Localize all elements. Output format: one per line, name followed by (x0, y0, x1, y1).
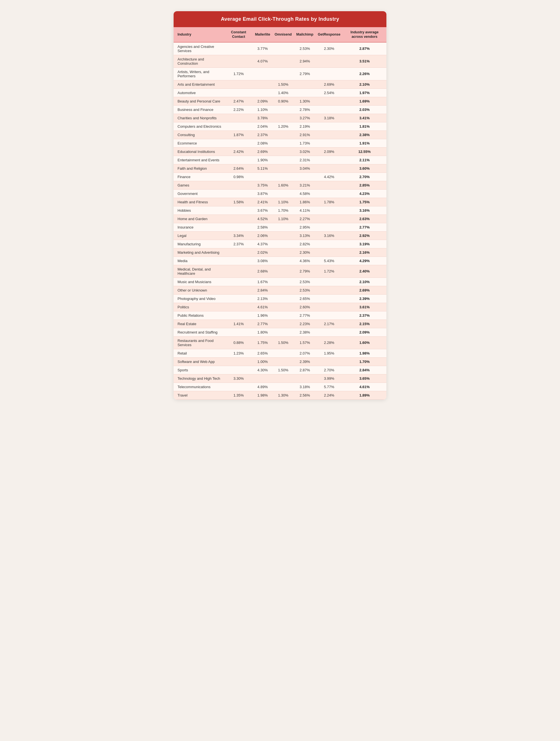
cell-39-2: 1.98% (253, 391, 272, 399)
cell-19-3: 1.10% (272, 214, 294, 223)
cell-0-5: 2.30% (316, 42, 343, 55)
cell-4-5: 2.54% (316, 88, 343, 97)
cell-9-0: Consulting (173, 131, 224, 139)
cell-23-4: 2.30% (294, 248, 316, 257)
cell-2-2 (253, 67, 272, 80)
cell-27-4: 2.53% (294, 286, 316, 294)
cell-39-3: 1.30% (272, 391, 294, 399)
table-row: Architecture and Construction4.07%2.94%3… (173, 55, 387, 67)
cell-29-4: 2.60% (294, 303, 316, 311)
cell-1-6: 3.51% (343, 55, 387, 67)
cell-9-6: 2.38% (343, 131, 387, 139)
cell-35-2: 1.00% (253, 357, 272, 366)
cell-18-5 (316, 206, 343, 214)
cell-3-5: 2.69% (316, 80, 343, 88)
cell-30-5 (316, 311, 343, 320)
cell-20-4: 2.95% (294, 223, 316, 231)
cell-16-5 (316, 189, 343, 198)
cell-5-3: 0.90% (272, 97, 294, 105)
table-row: Educational Institutions2.42%2.69%3.02%2… (173, 147, 387, 156)
cell-31-5: 2.17% (316, 320, 343, 328)
cell-12-1 (224, 156, 253, 164)
cell-26-1 (224, 277, 253, 286)
table-row: Consulting1.87%2.37%2.91%2.38% (173, 131, 387, 139)
cell-20-1 (224, 223, 253, 231)
cell-6-3 (272, 105, 294, 114)
cell-18-3: 1.70% (272, 206, 294, 214)
cell-6-4: 2.78% (294, 105, 316, 114)
cell-12-0: Entertainment and Events (173, 156, 224, 164)
table-body: Agencies and Creative Services3.77%2.53%… (173, 42, 387, 400)
cell-29-5 (316, 303, 343, 311)
cell-14-0: Finance (173, 173, 224, 181)
cell-12-5 (316, 156, 343, 164)
cell-4-2 (253, 88, 272, 97)
cell-10-4: 1.73% (294, 139, 316, 147)
cell-26-2: 1.67% (253, 277, 272, 286)
cell-7-3 (272, 114, 294, 122)
cell-10-5 (316, 139, 343, 147)
cell-13-0: Faith and Religion (173, 164, 224, 173)
table-row: Media3.08%4.36%5.43%4.29% (173, 257, 387, 265)
cell-28-4: 2.65% (294, 294, 316, 303)
cell-39-1: 1.35% (224, 391, 253, 399)
cell-29-2: 4.61% (253, 303, 272, 311)
cell-5-0: Beauty and Personal Care (173, 97, 224, 105)
cell-32-2: 1.80% (253, 328, 272, 336)
cell-14-4 (294, 173, 316, 181)
cell-9-2: 2.37% (253, 131, 272, 139)
cell-15-3: 1.60% (272, 181, 294, 189)
cell-3-6: 2.10% (343, 80, 387, 88)
cell-17-2: 2.41% (253, 198, 272, 206)
cell-13-6: 3.60% (343, 164, 387, 173)
cell-28-3 (272, 294, 294, 303)
cell-31-3 (272, 320, 294, 328)
cell-19-0: Home and Garden (173, 214, 224, 223)
cell-9-4: 2.91% (294, 131, 316, 139)
cell-32-6: 2.09% (343, 328, 387, 336)
table-row: Telecommunications4.89%3.18%5.77%4.61% (173, 383, 387, 391)
table-row: Insurance2.58%2.95%2.77% (173, 223, 387, 231)
table-row: Charities and Nonprofits3.78%3.27%3.18%3… (173, 114, 387, 122)
table-row: Home and Garden4.52%1.10%2.27%2.63% (173, 214, 387, 223)
cell-27-0: Other or Unknown (173, 286, 224, 294)
table-row: Politics4.61%2.60%3.61% (173, 303, 387, 311)
cell-32-5 (316, 328, 343, 336)
table-row: Recruitment and Staffing1.80%2.38%2.09% (173, 328, 387, 336)
cell-30-2: 1.96% (253, 311, 272, 320)
cell-7-5: 3.18% (316, 114, 343, 122)
table-row: Sports4.30%1.50%2.87%2.70%2.84% (173, 366, 387, 374)
cell-39-0: Travel (173, 391, 224, 399)
cell-27-1 (224, 286, 253, 294)
cell-30-3 (272, 311, 294, 320)
cell-6-0: Business and Finance (173, 105, 224, 114)
cell-21-5: 3.16% (316, 231, 343, 240)
cell-29-0: Politics (173, 303, 224, 311)
cell-3-3: 1.50% (272, 80, 294, 88)
cell-22-2: 4.37% (253, 240, 272, 248)
table-header: IndustryConstant ContactMailerliteOmnise… (173, 27, 387, 42)
cell-14-1: 0.98% (224, 173, 253, 181)
cell-33-1: 0.88% (224, 336, 253, 349)
cell-22-5 (316, 240, 343, 248)
cell-26-6: 2.10% (343, 277, 387, 286)
cell-11-4: 3.02% (294, 147, 316, 156)
cell-35-5 (316, 357, 343, 366)
cell-23-1 (224, 248, 253, 257)
cell-21-4: 3.13% (294, 231, 316, 240)
table-row: Hobbies3.67%1.70%4.11%3.16% (173, 206, 387, 214)
cell-7-0: Charities and Nonprofits (173, 114, 224, 122)
table-row: Beauty and Personal Care2.47%2.09%0.90%1… (173, 97, 387, 105)
cell-22-0: Manufacturing (173, 240, 224, 248)
cell-22-6: 3.19% (343, 240, 387, 248)
cell-27-5 (316, 286, 343, 294)
cell-13-5 (316, 164, 343, 173)
cell-10-2: 2.08% (253, 139, 272, 147)
cell-4-0: Automotive (173, 88, 224, 97)
table-row: Public Relations1.96%2.77%2.37% (173, 311, 387, 320)
cell-6-6: 2.03% (343, 105, 387, 114)
table-row: Manufacturing2.37%4.37%2.82%3.19% (173, 240, 387, 248)
cell-5-2: 2.09% (253, 97, 272, 105)
cell-20-3 (272, 223, 294, 231)
cell-38-6: 4.61% (343, 383, 387, 391)
